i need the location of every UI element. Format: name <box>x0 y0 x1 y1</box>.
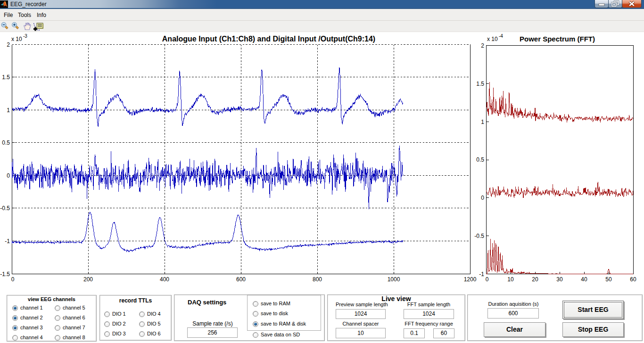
svg-text:30: 30 <box>556 276 563 283</box>
svg-text:60: 60 <box>630 276 636 283</box>
svg-text:20: 20 <box>532 276 538 283</box>
svg-text:-0.5: -0.5 <box>0 205 10 212</box>
svg-text:10: 10 <box>507 276 514 283</box>
svg-text:0: 0 <box>11 276 15 283</box>
svg-text:0.5: 0.5 <box>476 156 484 163</box>
svg-text:2: 2 <box>7 41 10 48</box>
svg-text:800: 800 <box>313 276 322 283</box>
svg-text:1.5: 1.5 <box>2 74 10 81</box>
svg-text:0: 0 <box>481 195 484 201</box>
svg-text:1.5: 1.5 <box>476 81 484 87</box>
svg-text:-3: -3 <box>23 33 27 39</box>
svg-text:400: 400 <box>160 276 169 283</box>
svg-text:-1: -1 <box>5 238 10 245</box>
svg-text:Power Spectrum (FFT): Power Spectrum (FFT) <box>520 35 595 43</box>
svg-text:0: 0 <box>7 172 10 179</box>
svg-text:2: 2 <box>481 42 484 49</box>
svg-text:1000: 1000 <box>388 276 400 283</box>
svg-text:-4: -4 <box>499 33 503 39</box>
svg-text:-1: -1 <box>479 271 484 278</box>
svg-text:x 10: x 10 <box>11 36 22 42</box>
svg-text:1200: 1200 <box>464 276 477 283</box>
svg-text:600: 600 <box>236 276 246 283</box>
svg-text:-1.5: -1.5 <box>0 271 10 278</box>
svg-text:1: 1 <box>481 119 484 125</box>
svg-text:50: 50 <box>605 276 612 283</box>
svg-text:-0.5: -0.5 <box>474 233 484 239</box>
svg-text:1: 1 <box>7 107 10 114</box>
svg-text:0: 0 <box>486 276 489 283</box>
svg-text:Analogue Input (Ch1:Ch8) and D: Analogue Input (Ch1:Ch8) and Digital Inp… <box>162 35 375 43</box>
svg-text:40: 40 <box>581 276 587 283</box>
svg-text:x 10: x 10 <box>487 36 498 42</box>
svg-text:0.5: 0.5 <box>2 139 10 146</box>
svg-text:200: 200 <box>83 276 93 283</box>
